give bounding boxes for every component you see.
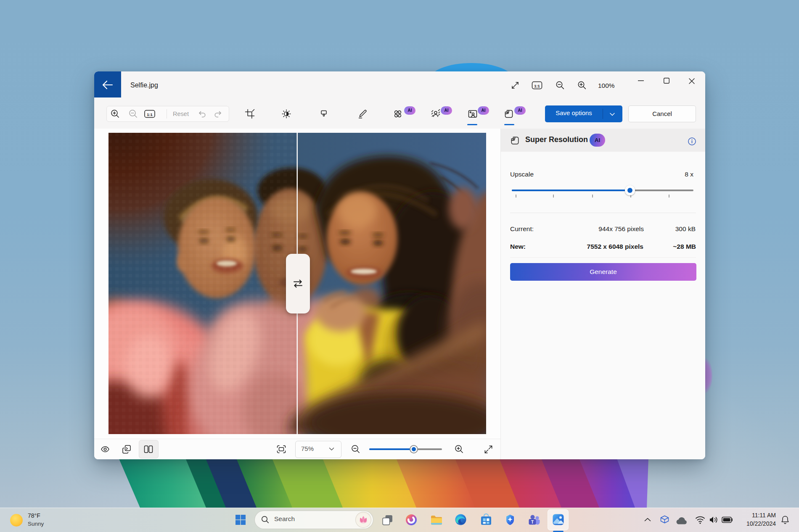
svg-text:T: T <box>531 520 534 524</box>
svg-text:1:1: 1:1 <box>534 84 540 88</box>
svg-text:1:1: 1:1 <box>147 112 153 117</box>
